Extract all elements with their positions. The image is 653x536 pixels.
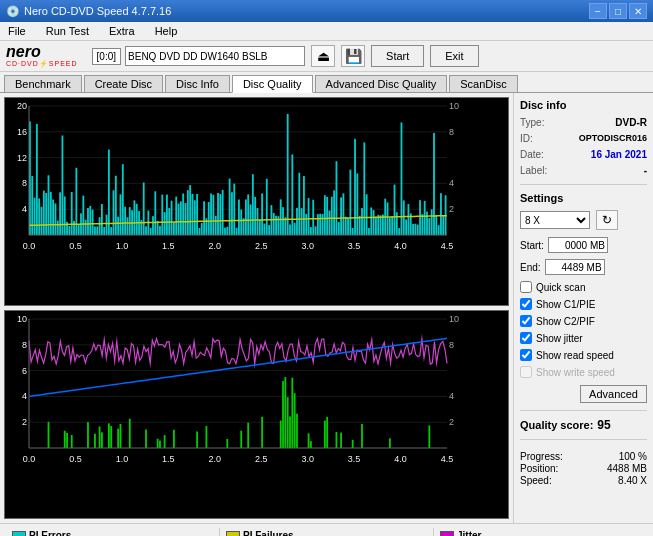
disc-label-row: Label: - xyxy=(520,165,647,176)
tab-advanced-disc-quality[interactable]: Advanced Disc Quality xyxy=(315,75,448,92)
pi-failures-group: PI Failures Average: 0.01 Maximum: 9 Tot… xyxy=(220,528,434,536)
quality-score-label: Quality score: xyxy=(520,419,593,431)
menu-help[interactable]: Help xyxy=(151,24,182,38)
id-label: ID: xyxy=(520,133,533,144)
show-jitter-row: Show jitter xyxy=(520,332,647,344)
exit-button[interactable]: Exit xyxy=(430,45,478,67)
chart-pie xyxy=(4,97,509,306)
quick-scan-checkbox[interactable] xyxy=(520,281,532,293)
jitter-label: Jitter xyxy=(457,530,481,536)
speed-select[interactable]: 8 X xyxy=(520,211,590,229)
show-c1pie-label: Show C1/PIE xyxy=(536,299,595,310)
type-label: Type: xyxy=(520,117,544,128)
drive-select-area: [0:0] BENQ DVD DD DW1640 BSLB xyxy=(92,46,305,66)
pi-failures-legend xyxy=(226,531,240,537)
position-label: Position: xyxy=(520,463,558,474)
type-value: DVD-R xyxy=(615,117,647,128)
charts-area xyxy=(0,93,513,523)
menu-run-test[interactable]: Run Test xyxy=(42,24,93,38)
show-write-speed-checkbox xyxy=(520,366,532,378)
pi-errors-legend xyxy=(12,531,26,537)
tab-disc-quality[interactable]: Disc Quality xyxy=(232,75,313,93)
drive-combo[interactable]: BENQ DVD DD DW1640 BSLB xyxy=(125,46,305,66)
start-mb-input[interactable] xyxy=(548,237,608,253)
speed-value: 8.40 X xyxy=(618,475,647,486)
minimize-button[interactable]: − xyxy=(589,3,607,19)
main-content: Disc info Type: DVD-R ID: OPTODISCR016 D… xyxy=(0,93,653,523)
speed-row: 8 X ↻ xyxy=(520,210,647,230)
show-c2pif-row: Show C2/PIF xyxy=(520,315,647,327)
tab-benchmark[interactable]: Benchmark xyxy=(4,75,82,92)
close-button[interactable]: ✕ xyxy=(629,3,647,19)
show-c2pif-label: Show C2/PIF xyxy=(536,316,595,327)
tab-create-disc[interactable]: Create Disc xyxy=(84,75,163,92)
title-bar-controls: − □ ✕ xyxy=(589,3,647,19)
title-bar-left: 💿 Nero CD-DVD Speed 4.7.7.16 xyxy=(6,5,171,18)
app-icon: 💿 xyxy=(6,5,20,18)
end-mb-input[interactable] xyxy=(545,259,605,275)
show-c1pie-checkbox[interactable] xyxy=(520,298,532,310)
label-label: Label: xyxy=(520,165,547,176)
progress-row: Progress: 100 % xyxy=(520,451,647,462)
stats-area: PI Errors Average: 0.92 Maximum: 10 Tota… xyxy=(0,523,653,536)
app-title: Nero CD-DVD Speed 4.7.7.16 xyxy=(24,5,171,17)
show-write-speed-label: Show write speed xyxy=(536,367,615,378)
eject-icon: ⏏ xyxy=(317,48,330,64)
menu-file[interactable]: File xyxy=(4,24,30,38)
show-c1pie-row: Show C1/PIE xyxy=(520,298,647,310)
end-mb-label: End: xyxy=(520,262,541,273)
pi-errors-label: PI Errors xyxy=(29,530,71,536)
jitter-title: Jitter xyxy=(440,530,641,536)
save-icon: 💾 xyxy=(345,48,362,64)
show-jitter-checkbox[interactable] xyxy=(520,332,532,344)
quick-scan-label: Quick scan xyxy=(536,282,585,293)
disc-date-row: Date: 16 Jan 2021 xyxy=(520,149,647,160)
start-mb-row: Start: xyxy=(520,237,647,253)
save-button[interactable]: 💾 xyxy=(341,45,365,67)
title-bar: 💿 Nero CD-DVD Speed 4.7.7.16 − □ ✕ xyxy=(0,0,653,22)
speed-label: Speed: xyxy=(520,475,552,486)
quick-scan-row: Quick scan xyxy=(520,281,647,293)
divider-3 xyxy=(520,439,647,440)
start-mb-label: Start: xyxy=(520,240,544,251)
progress-label: Progress: xyxy=(520,451,563,462)
chart-pif xyxy=(4,310,509,519)
start-button[interactable]: Start xyxy=(371,45,424,67)
label-value: - xyxy=(644,165,647,176)
tab-bar: Benchmark Create Disc Disc Info Disc Qua… xyxy=(0,72,653,93)
show-read-speed-checkbox[interactable] xyxy=(520,349,532,361)
logo-nero: nero xyxy=(6,44,41,60)
toolbar: nero CD·DVD⚡SPEED [0:0] BENQ DVD DD DW16… xyxy=(0,41,653,72)
divider-1 xyxy=(520,184,647,185)
date-value: 16 Jan 2021 xyxy=(591,149,647,160)
refresh-button[interactable]: ↻ xyxy=(596,210,618,230)
pi-errors-title: PI Errors xyxy=(12,530,213,536)
progress-section: Progress: 100 % Position: 4488 MB Speed:… xyxy=(520,451,647,487)
progress-value: 100 % xyxy=(619,451,647,462)
drive-label: [0:0] xyxy=(92,48,121,65)
eject-button[interactable]: ⏏ xyxy=(311,45,335,67)
menu-extra[interactable]: Extra xyxy=(105,24,139,38)
advanced-button[interactable]: Advanced xyxy=(580,385,647,403)
quality-score-value: 95 xyxy=(597,418,610,432)
pi-errors-group: PI Errors Average: 0.92 Maximum: 10 Tota… xyxy=(6,528,220,536)
end-mb-row: End: xyxy=(520,259,647,275)
tab-scandisc[interactable]: ScanDisc xyxy=(449,75,517,92)
logo-sub: CD·DVD⚡SPEED xyxy=(6,60,78,68)
settings-title: Settings xyxy=(520,192,647,204)
refresh-icon: ↻ xyxy=(602,213,612,227)
disc-id-row: ID: OPTODISCR016 xyxy=(520,133,647,144)
maximize-button[interactable]: □ xyxy=(609,3,627,19)
disc-type-row: Type: DVD-R xyxy=(520,117,647,128)
speed-row-2: Speed: 8.40 X xyxy=(520,475,647,486)
tab-disc-info[interactable]: Disc Info xyxy=(165,75,230,92)
jitter-legend xyxy=(440,531,454,537)
show-read-speed-label: Show read speed xyxy=(536,350,614,361)
side-panel: Disc info Type: DVD-R ID: OPTODISCR016 D… xyxy=(513,93,653,523)
quality-score-row: Quality score: 95 xyxy=(520,418,647,432)
show-read-speed-row: Show read speed xyxy=(520,349,647,361)
show-c2pif-checkbox[interactable] xyxy=(520,315,532,327)
show-write-speed-row: Show write speed xyxy=(520,366,647,378)
pi-failures-title: PI Failures xyxy=(226,530,427,536)
divider-2 xyxy=(520,410,647,411)
